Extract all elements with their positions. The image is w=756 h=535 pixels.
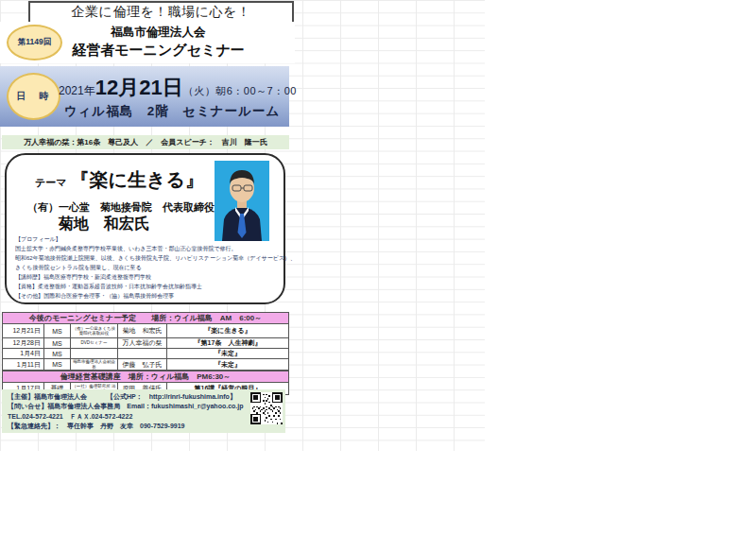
footer-line-contact: 【問い合せ】福島市倫理法人会事務局 Email：fukushimashi_r@y… <box>8 402 285 411</box>
datetime-badge-label: 日 時 <box>17 90 51 103</box>
theme-title: 『楽に生きる』 <box>71 169 204 190</box>
header-section: 第1149回 福島市倫理法人会 経営者モーニングセミナー <box>0 22 295 63</box>
footer-line-tel-fax: TEL.024-572-4221 ＦＡＸ.024-572-4222 <box>8 412 285 422</box>
qr-code <box>250 392 283 424</box>
notice-text: 万人幸福の栞：第16条 尊己及人 ／ 会員スピーチ： 吉川 隆一氏 <box>24 137 267 147</box>
schedule-row: 1月4日 MS 『未定』 <box>2 349 289 359</box>
footer-line-emergency: 【緊急連絡先】： 専任幹事 丹野 友幸 090-7529-9919 <box>8 422 285 431</box>
date-time-range: （火）朝6：00～7：00 <box>183 85 297 96</box>
profile-line: きくち接骨院セントラル院を開業し、現在に至る <box>15 263 296 272</box>
type-cell: MS <box>44 349 71 358</box>
datetime-section: 日 時 2021年12月21日（火）朝6：00～7：00 ウィル福島 2階 セミ… <box>0 66 289 127</box>
speaker-name: 菊地 和宏氏 <box>59 215 149 234</box>
theme-cell: 『未定』 <box>167 359 288 370</box>
theme-cell: 『未定』 <box>167 349 288 358</box>
speaker-photo <box>215 161 269 241</box>
date-cell: 12月28日 <box>3 338 44 348</box>
org-name: 福島市倫理法人会 <box>38 25 279 41</box>
slogan-text: 企業に倫理を！職場に心を！ <box>72 4 251 21</box>
footer-line-organizer: 【主催】福島市倫理法人会 【公式HP： http://rinri-fukushi… <box>8 392 285 402</box>
role-cell <box>71 349 118 358</box>
theme-label: テーマ <box>35 177 67 188</box>
flyer-page: 企業に倫理を！職場に心を！ 第1149回 福島市倫理法人会 経営者モーニングセミ… <box>0 0 756 535</box>
schedule-header-bar: 今後のモーニングセミナー予定 場所：ウイル福島 AM 6:00～ <box>2 312 289 324</box>
speaker-title-line: （有）一心堂 菊地接骨院 代表取締役 <box>27 200 215 215</box>
name-cell: 菊地 和宏氏 <box>118 324 167 337</box>
type-cell: MS <box>44 324 71 337</box>
date-line: 2021年12月21日（火）朝6：00～7：00 <box>59 74 287 102</box>
date-year: 2021年 <box>59 84 95 97</box>
profile-heading: 【プロフィール】 <box>15 234 296 244</box>
basic-course-header-bar: 倫理経営基礎講座 場所：ウィル福島 PM6:30～ <box>2 371 289 383</box>
schedule-row: 1月11日 MS 福島市倫理法人会副会長 伊藤 弘子氏 『未定』 <box>2 359 289 371</box>
schedule-row: 12月21日 MS （有）一心堂きくち接骨院代表取締役 菊地 和宏氏 『楽に生き… <box>2 324 289 338</box>
name-cell: 万人幸福の栞 <box>118 338 167 348</box>
date-cell: 1月4日 <box>3 349 44 358</box>
type-cell: MS <box>44 338 71 348</box>
profile-line: 【その他】国際和合医療学会理事・（協）福島県接骨師会理事 <box>15 291 296 301</box>
schedule-row: 12月28日 MS DVDセミナー 万人幸福の栞 『第17条 人生神劇』 <box>2 338 289 349</box>
profile-line: 【講師歴】福島医療専門学校・新潟柔道整復専門学校 <box>15 272 296 282</box>
profile-line: 【資格】柔道整復師・運動器系超音波技師・日本抗加齢学会抗加齢指導士 <box>15 282 296 291</box>
theme-line: テーマ『楽に生きる』 <box>35 167 204 193</box>
datetime-badge: 日 時 <box>7 73 60 120</box>
role-cell: 福島市倫理法人会副会長 <box>71 359 118 370</box>
theme-cell: 『楽に生きる』 <box>167 324 288 337</box>
role-cell: DVDセミナー <box>71 338 118 348</box>
name-cell <box>118 349 167 358</box>
profile-line: 国士舘大学・赤門鍼灸柔整専門学校卒業後、いわき三本菅・郡山正心堂接骨院で修行。 <box>15 244 296 253</box>
slogan-banner: 企業に倫理を！職場に心を！ <box>28 1 294 24</box>
profile-section: 【プロフィール】 国士舘大学・赤門鍼灸柔整専門学校卒業後、いわき三本菅・郡山正心… <box>15 234 296 301</box>
profile-line: 昭和62年菊地接骨院瀬上院開業、以後、きくち接骨院丸子院、リハビリステーション菊… <box>15 253 296 263</box>
seminar-title: 経営者モーニングセミナー <box>28 42 288 60</box>
role-cell: （有）一心堂きくち接骨院代表取締役 <box>71 324 118 337</box>
venue-line: ウィル福島 2階 セミナールーム <box>59 103 285 120</box>
notice-bar: 万人幸福の栞：第16条 尊己及人 ／ 会員スピーチ： 吉川 隆一氏 <box>2 135 289 149</box>
name-cell: 伊藤 弘子氏 <box>118 359 167 370</box>
date-cell: 1月11日 <box>3 359 44 370</box>
speaker-card: テーマ『楽に生きる』 （有）一心堂 菊地接骨院 代表取締役 菊地 和宏氏 【プロ… <box>5 153 285 304</box>
date-cell: 12月21日 <box>3 324 44 337</box>
theme-cell: 『第17条 人生神劇』 <box>167 338 288 348</box>
type-cell: MS <box>44 359 71 370</box>
footer-section: 【主催】福島市倫理法人会 【公式HP： http://rinri-fukushi… <box>2 389 285 433</box>
date-main: 12月21日 <box>95 76 183 99</box>
schedule-table: 今後のモーニングセミナー予定 場所：ウイル福島 AM 6:00～ 12月21日 … <box>2 312 289 395</box>
